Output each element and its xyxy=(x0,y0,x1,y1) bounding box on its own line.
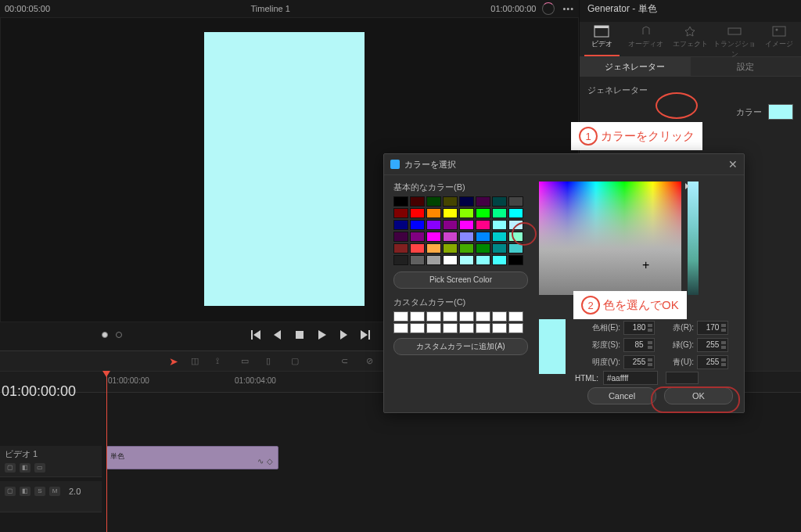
palette-color[interactable] xyxy=(508,208,523,218)
video-track-header[interactable]: ビデオ 1 ▢◧▭ xyxy=(0,446,102,477)
zoom-dots[interactable] xyxy=(102,332,122,338)
palette-color[interactable] xyxy=(492,220,507,230)
palette-color[interactable] xyxy=(476,243,490,253)
green-input[interactable]: 255 xyxy=(697,338,728,352)
val-input[interactable]: 255 xyxy=(623,355,655,369)
html-extra[interactable] xyxy=(666,372,699,384)
blue-input[interactable]: 255 xyxy=(697,355,728,369)
stop-icon[interactable] xyxy=(294,329,305,340)
palette-color[interactable] xyxy=(476,196,490,207)
palette-color[interactable] xyxy=(492,196,507,207)
html-input[interactable] xyxy=(603,371,658,385)
palette-color[interactable] xyxy=(476,208,490,218)
palette-color[interactable] xyxy=(492,255,507,265)
palette-color[interactable] xyxy=(426,208,441,218)
add-custom-color-button[interactable]: カスタムカラーに追加(A) xyxy=(393,338,528,355)
solo-icon[interactable]: S xyxy=(34,487,45,496)
sat-input[interactable]: 85 xyxy=(623,338,655,352)
palette-color[interactable] xyxy=(410,208,425,218)
prev-frame-icon[interactable] xyxy=(272,329,283,340)
trim-tool-icon[interactable]: ◫ xyxy=(191,356,203,367)
overwrite-tool-icon[interactable]: ▯ xyxy=(266,356,278,367)
tab-image[interactable]: イメージ xyxy=(756,22,801,56)
palette-color[interactable] xyxy=(443,208,458,218)
close-icon[interactable]: ✕ xyxy=(728,158,738,171)
cancel-button[interactable]: Cancel xyxy=(587,387,656,404)
auto-select-icon[interactable]: ◧ xyxy=(20,463,31,473)
palette-color[interactable] xyxy=(393,232,408,242)
hue-input[interactable]: 180 xyxy=(623,321,655,335)
palette-color[interactable] xyxy=(443,255,458,265)
mute-icon[interactable]: M xyxy=(49,487,60,496)
palette-color[interactable] xyxy=(508,243,523,253)
insert-tool-icon[interactable]: ▭ xyxy=(241,356,253,367)
palette-color[interactable] xyxy=(393,243,408,253)
palette-color[interactable] xyxy=(459,243,474,253)
palette-color[interactable] xyxy=(443,232,458,242)
ok-button[interactable]: OK xyxy=(664,387,733,404)
tab-video[interactable]: ビデオ xyxy=(580,22,624,56)
palette-color[interactable] xyxy=(410,255,425,265)
color-gradient[interactable]: + xyxy=(539,182,681,295)
palette-color[interactable] xyxy=(410,232,425,242)
custom-color-palette[interactable] xyxy=(393,311,528,333)
palette-color[interactable] xyxy=(443,196,458,207)
play-icon[interactable] xyxy=(316,329,327,340)
palette-color[interactable] xyxy=(459,208,474,218)
palette-color[interactable] xyxy=(393,255,408,265)
playhead[interactable] xyxy=(106,371,107,532)
palette-color[interactable] xyxy=(476,255,490,265)
snap-icon[interactable]: ⊂ xyxy=(341,356,354,367)
palette-color[interactable] xyxy=(410,220,425,230)
palette-color[interactable] xyxy=(426,220,441,230)
palette-color[interactable] xyxy=(393,220,408,230)
palette-color[interactable] xyxy=(443,243,458,253)
palette-color[interactable] xyxy=(492,243,507,253)
palette-color[interactable] xyxy=(459,196,474,207)
selection-tool-icon[interactable]: ➤ xyxy=(169,355,178,368)
basic-color-palette[interactable] xyxy=(393,196,528,265)
palette-color[interactable] xyxy=(393,196,408,207)
value-slider[interactable] xyxy=(688,182,699,295)
palette-color[interactable] xyxy=(393,208,408,218)
palette-color[interactable] xyxy=(410,243,425,253)
palette-color[interactable] xyxy=(492,208,507,218)
pick-screen-color-button[interactable]: Pick Screen Color xyxy=(393,271,528,289)
palette-color[interactable] xyxy=(459,220,474,230)
palette-color[interactable] xyxy=(426,255,441,265)
palette-color[interactable] xyxy=(426,196,441,207)
first-frame-icon[interactable] xyxy=(250,329,261,340)
next-frame-icon[interactable] xyxy=(338,329,349,340)
palette-color[interactable] xyxy=(459,255,474,265)
viewer-options-icon[interactable]: ••• xyxy=(562,4,574,13)
bypass-icon[interactable] xyxy=(542,2,555,15)
color-swatch[interactable] xyxy=(768,104,793,120)
palette-color[interactable] xyxy=(443,220,458,230)
palette-color[interactable] xyxy=(508,196,523,207)
audio-track-header[interactable]: ▢◧SM2.0 xyxy=(0,481,102,512)
palette-color[interactable] xyxy=(492,232,507,242)
subtab-settings[interactable]: 設定 xyxy=(691,57,802,76)
timeline-timecode[interactable]: 01:00:00:00 xyxy=(2,383,76,400)
palette-color[interactable] xyxy=(410,196,425,207)
lock-icon[interactable]: ▢ xyxy=(5,487,16,496)
auto-select-icon[interactable]: ◧ xyxy=(20,487,31,496)
palette-color[interactable] xyxy=(459,232,474,242)
red-input[interactable]: 170 xyxy=(697,321,728,335)
toggle-icon[interactable]: ▭ xyxy=(34,463,45,473)
tab-effects[interactable]: エフェクト xyxy=(668,22,713,56)
tab-transition[interactable]: トランジション xyxy=(713,22,757,56)
palette-color[interactable] xyxy=(508,220,523,230)
palette-color[interactable] xyxy=(508,232,523,242)
subtab-generator[interactable]: ジェネレーター xyxy=(580,57,691,76)
replace-tool-icon[interactable]: ▢ xyxy=(291,356,304,367)
last-frame-icon[interactable] xyxy=(360,329,371,340)
lock-icon[interactable]: ▢ xyxy=(5,463,16,473)
palette-color[interactable] xyxy=(426,232,441,242)
blade-tool-icon[interactable]: ⟟ xyxy=(216,356,228,367)
palette-color[interactable] xyxy=(508,255,523,265)
palette-color[interactable] xyxy=(426,243,441,253)
palette-color[interactable] xyxy=(476,232,490,242)
clip[interactable]: 単色 ∿◇ xyxy=(106,446,278,469)
palette-color[interactable] xyxy=(476,220,490,230)
